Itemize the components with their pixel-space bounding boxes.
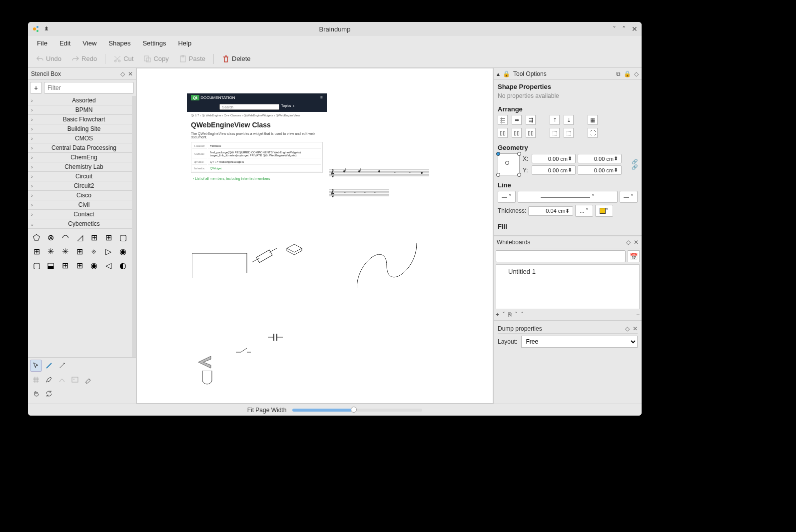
stencil-category[interactable]: ›Cisco: [28, 191, 132, 200]
line-start-cap[interactable]: — ˅: [498, 191, 516, 203]
detach-icon[interactable]: ⧉: [616, 70, 621, 77]
stencil-category[interactable]: ›Circuit2: [28, 181, 132, 191]
dump-float-icon[interactable]: ◇: [625, 325, 630, 332]
minimize-icon[interactable]: ˅: [613, 25, 616, 33]
stencil-category[interactable]: ›Assorted: [28, 96, 132, 105]
stencil-shape[interactable]: ▢: [30, 259, 43, 272]
stencil-shape[interactable]: ◉: [116, 245, 129, 258]
line-color[interactable]: ˅: [595, 205, 613, 217]
stencil-shape[interactable]: ⬠: [30, 231, 43, 244]
anchor-preview[interactable]: [498, 153, 520, 175]
menu-shapes[interactable]: Shapes: [103, 37, 135, 49]
stencil-category[interactable]: ›BPMN: [28, 105, 132, 115]
stencil-category[interactable]: ›Civil: [28, 200, 132, 210]
stencil-shape[interactable]: ⟐: [87, 245, 100, 258]
paste-button[interactable]: Paste: [175, 53, 209, 65]
dist-h-right[interactable]: ▯▯: [526, 128, 536, 138]
y-input[interactable]: 0.00 cm ⬍: [532, 165, 576, 175]
wb-add-icon[interactable]: +: [496, 311, 499, 318]
stencil-shape[interactable]: ⊞: [73, 259, 86, 272]
float-icon[interactable]: ◇: [120, 70, 125, 77]
align-left[interactable]: ⬱: [498, 115, 508, 125]
wb-close-icon[interactable]: ✕: [634, 239, 639, 246]
stencil-shape[interactable]: ⊞: [59, 259, 72, 272]
list-item[interactable]: Untitled 1: [498, 267, 637, 276]
menu-help[interactable]: Help: [173, 37, 196, 49]
stencil-shape[interactable]: ⊞: [30, 245, 43, 258]
pan-tool[interactable]: [30, 388, 42, 400]
grid-tool[interactable]: [30, 374, 42, 386]
stencil-category[interactable]: ›Basic Flowchart: [28, 115, 132, 124]
select-tool[interactable]: [30, 360, 42, 372]
menu-edit[interactable]: Edit: [54, 37, 75, 49]
distribute-1[interactable]: ▦: [588, 115, 598, 125]
stencil-category[interactable]: ›Circuit: [28, 172, 132, 181]
align-top[interactable]: ⤒: [550, 115, 560, 125]
stencil-shape[interactable]: ✳: [44, 245, 57, 258]
stencil-shape[interactable]: ◿: [73, 231, 86, 244]
dist-v-bottom[interactable]: ⬚: [564, 128, 574, 138]
menu-file[interactable]: File: [32, 37, 52, 49]
connector-tool[interactable]: [56, 360, 68, 372]
whiteboard-date-button[interactable]: 📅: [628, 250, 640, 262]
stencil-category[interactable]: ›ChemEng: [28, 153, 132, 162]
wb-float-icon[interactable]: ◇: [626, 239, 631, 246]
add-stencil-button[interactable]: +: [30, 82, 42, 94]
stencil-shape[interactable]: ◐: [116, 259, 129, 272]
wb-down2-icon[interactable]: ˅: [515, 311, 518, 318]
canvas[interactable]: Qt DOCUMENTATION≡ Topics› Qt 6.7 › Qt We…: [136, 68, 493, 404]
thickness-input[interactable]: 0.04 cm ⬍: [528, 206, 573, 216]
align-right[interactable]: ⇶: [526, 115, 536, 125]
dump-close-icon[interactable]: ✕: [633, 325, 638, 332]
cut-button[interactable]: Cut: [109, 53, 137, 65]
zoom-slider[interactable]: [292, 409, 422, 412]
stencil-shape[interactable]: ⊞: [102, 231, 115, 244]
stencil-category[interactable]: ›Contact: [28, 210, 132, 219]
line-more[interactable]: ... ˅: [575, 205, 593, 217]
whiteboard-list[interactable]: Untitled 1: [496, 264, 640, 309]
layout-select[interactable]: Free: [521, 336, 638, 348]
wb-remove-icon[interactable]: −: [636, 311, 640, 318]
collapse-icon[interactable]: ▴: [497, 70, 500, 77]
stencil-shape[interactable]: ◉: [87, 259, 100, 272]
w-input[interactable]: 0.00 cm ⬍: [578, 154, 622, 163]
stencil-list[interactable]: ›Assorted›BPMN›Basic Flowchart›Building …: [28, 96, 136, 357]
redo-button[interactable]: Redo: [67, 53, 101, 65]
stencil-shape[interactable]: ▷: [102, 245, 115, 258]
stencil-shape[interactable]: ▢: [116, 231, 129, 244]
align-bottom[interactable]: ⤓: [564, 115, 574, 125]
stencil-shape[interactable]: ⊞: [73, 245, 86, 258]
maximize-icon[interactable]: ˄: [622, 25, 626, 33]
pencil-tool[interactable]: [43, 374, 55, 386]
stencil-category[interactable]: ›Chemistry Lab: [28, 162, 132, 172]
menu-settings[interactable]: Settings: [137, 37, 171, 49]
stencil-shape[interactable]: ⊗: [44, 231, 57, 244]
wb-up-icon[interactable]: ˄: [521, 311, 524, 318]
x-input[interactable]: 0.00 cm ⬍: [532, 154, 576, 163]
stencil-category[interactable]: ⌄Cybernetics: [28, 219, 132, 229]
image-tool[interactable]: [69, 374, 81, 386]
stencil-shape[interactable]: ◁: [102, 259, 115, 272]
stencil-category[interactable]: ›Building Site: [28, 124, 132, 134]
delete-button[interactable]: Delete: [218, 53, 255, 65]
lock-icon[interactable]: 🔒: [503, 70, 510, 77]
calligraphy-tool[interactable]: [56, 374, 68, 386]
whiteboard-name-input[interactable]: [496, 250, 626, 262]
eraser-tool[interactable]: [82, 374, 94, 386]
line-end-cap[interactable]: — ˅: [620, 191, 638, 203]
dist-h-left[interactable]: ▯▯: [498, 128, 508, 138]
stencil-category[interactable]: ›Central Data Processing: [28, 143, 132, 153]
wb-down-icon[interactable]: ˅: [502, 311, 505, 318]
align-center-h[interactable]: ⬌: [512, 115, 522, 125]
line-style[interactable]: ————————— ˅: [518, 191, 618, 203]
stencil-category[interactable]: ›CMOS: [28, 134, 132, 143]
dist-grid[interactable]: ⛶: [588, 128, 598, 138]
undo-button[interactable]: Undo: [32, 53, 65, 65]
wb-copy-icon[interactable]: ⎘: [508, 311, 512, 318]
line-tool[interactable]: [43, 360, 55, 372]
close-panel-icon[interactable]: ✕: [128, 70, 133, 77]
lock2-icon[interactable]: 🔒: [624, 70, 631, 77]
fit-label[interactable]: Fit Page Width: [247, 407, 287, 414]
dist-h-center[interactable]: ▯▯: [512, 128, 522, 138]
h-input[interactable]: 0.00 cm ⬍: [578, 165, 622, 175]
